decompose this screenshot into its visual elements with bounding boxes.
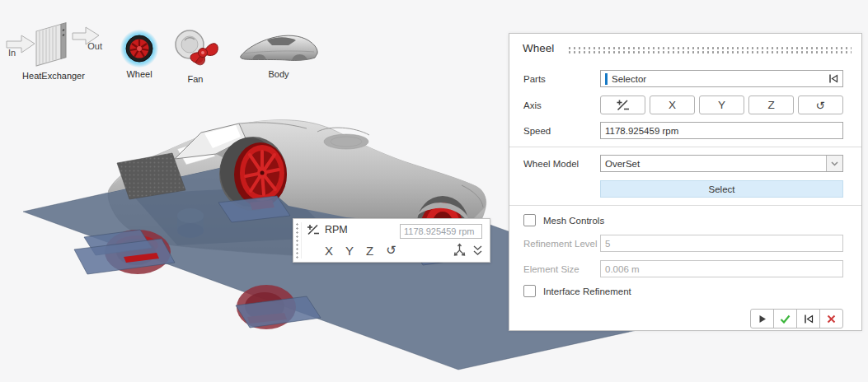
wheel-properties-panel: Wheel Parts Selector [509, 33, 862, 331]
panel-title: Wheel [523, 42, 554, 54]
refinement-level-input: 5 [600, 235, 843, 252]
axis-rotate-button[interactable]: ↺ [798, 96, 843, 114]
wheel-model-dropdown[interactable]: OverSet [600, 155, 843, 172]
dropdown-arrow-button[interactable] [826, 156, 842, 171]
select-end-icon[interactable] [828, 73, 838, 84]
play-icon [758, 314, 767, 324]
accept-check-icon [780, 314, 791, 324]
reset-button[interactable] [796, 309, 820, 328]
rpm-value: 1178.925459 rpm [404, 226, 474, 236]
text-caret [605, 73, 608, 85]
rpm-value-input[interactable]: 1178.925459 rpm [400, 224, 482, 239]
mesh-controls-label: Mesh Controls [543, 216, 604, 226]
accept-button[interactable] [773, 309, 797, 328]
panel-action-buttons [523, 309, 843, 328]
collapse-chevrons-icon[interactable] [472, 245, 483, 256]
speed-input[interactable]: 1178.925459 rpm [600, 122, 843, 139]
mesh-controls-checkbox[interactable] [523, 214, 536, 226]
toolbox-item-heatexchanger[interactable]: In Out HeatExchanger [5, 18, 102, 81]
toolbox-item-body[interactable]: Body [236, 28, 321, 79]
cancel-button[interactable] [819, 309, 843, 328]
toolbox-label-wheel: Wheel [119, 69, 160, 79]
toolbar-rotate-button[interactable]: ↺ [386, 243, 396, 258]
wheel-model-value: OverSet [601, 156, 826, 171]
separator [509, 205, 861, 206]
select-button[interactable]: Select [600, 180, 843, 198]
parts-selector-value: Selector [612, 74, 646, 84]
heat-exchanger-in-label: In [8, 48, 16, 58]
panel-drag-dots[interactable] [567, 46, 852, 54]
interface-refinement-checkbox[interactable] [523, 285, 536, 297]
body-icon [236, 28, 321, 64]
element-size-input: 0.006 m [600, 260, 843, 277]
heat-exchanger-out-label: Out [87, 41, 102, 51]
fan-icon [170, 23, 221, 69]
toolbox-label-body: Body [236, 69, 321, 79]
chevron-down-icon [831, 161, 838, 166]
play-button[interactable] [750, 309, 774, 328]
refinement-level-label: Refinement Level [523, 239, 600, 249]
axis-flip-button[interactable] [600, 96, 645, 114]
plus-minus-icon [307, 224, 320, 235]
separator [509, 147, 861, 147]
reset-icon [804, 314, 814, 324]
axis-x-button[interactable]: X [650, 96, 695, 114]
triad-icon[interactable] [453, 243, 467, 257]
axis-y-button[interactable]: Y [699, 96, 744, 114]
speed-label: Speed [523, 126, 600, 136]
element-size-label: Element Size [523, 264, 600, 274]
toolbox-label-heatexchanger: HeatExchanger [5, 71, 102, 81]
refinement-level-value: 5 [605, 239, 610, 249]
axis-label: Axis [523, 100, 600, 110]
rpm-field-label: RPM [325, 224, 348, 235]
element-size-value: 0.006 m [605, 264, 640, 274]
toolbox-label-fan: Fan [170, 74, 221, 84]
wheel-model-label: Wheel Model [523, 159, 600, 169]
cancel-x-icon [827, 314, 836, 324]
rpm-floating-toolbar: RPM 1178.925459 rpm X Y Z ↺ [293, 218, 490, 263]
plus-minus-icon [616, 99, 630, 111]
toolbar-axis-z-button[interactable]: Z [366, 244, 373, 258]
component-toolbox: In Out HeatExchanger Wheel [0, 0, 346, 91]
parts-selector-input[interactable]: Selector [600, 70, 843, 87]
toolbox-item-fan[interactable]: Fan [170, 23, 221, 84]
toolbar-axis-y-button[interactable]: Y [345, 244, 354, 258]
axis-z-button[interactable]: Z [748, 96, 794, 114]
selection-glow [120, 30, 158, 68]
wheel-icon [123, 32, 156, 65]
toolbox-item-wheel[interactable]: Wheel [119, 30, 160, 79]
drag-handle[interactable] [293, 222, 302, 259]
toolbar-axis-x-button[interactable]: X [325, 244, 333, 258]
parts-label: Parts [523, 74, 600, 84]
speed-value: 1178.925459 rpm [605, 126, 678, 136]
interface-refinement-label: Interface Refinement [543, 286, 631, 296]
